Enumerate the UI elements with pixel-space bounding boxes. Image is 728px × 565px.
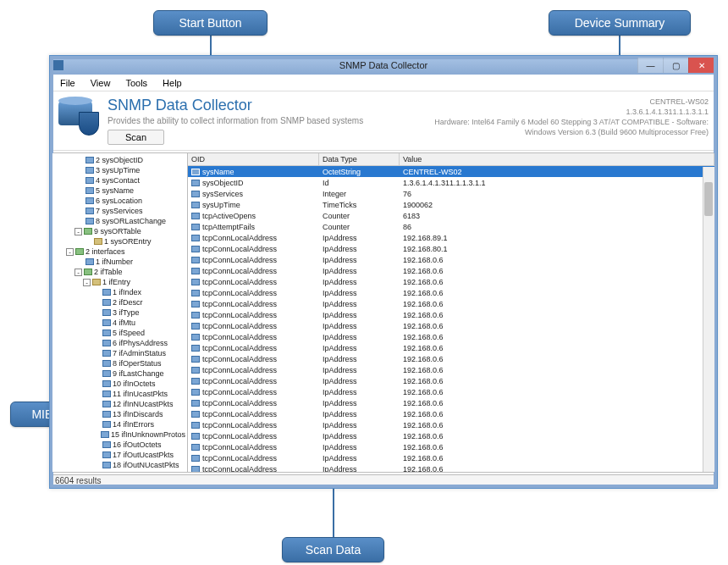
tree-node[interactable]: -2 interfaces [56, 246, 185, 257]
table-row[interactable]: tcpConnLocalAddressIpAddress192.168.0.6 [188, 375, 714, 386]
tree-node[interactable]: 4 ifMtu [56, 318, 185, 328]
tree-node[interactable]: 7 sysServices [56, 206, 185, 216]
tree-node[interactable]: 3 sysUpTime [56, 165, 185, 175]
table-row[interactable]: sysServicesInteger76 [188, 188, 714, 199]
cell-value: 192.168.0.6 [400, 443, 714, 451]
table-row[interactable]: tcpConnLocalAddressIpAddress192.168.0.6 [188, 353, 714, 364]
maximize-button[interactable]: ▢ [663, 58, 688, 73]
tree-node[interactable]: 12 ifInNUcastPkts [56, 399, 185, 409]
tree-node[interactable]: 3 ifType [56, 307, 185, 318]
table-row[interactable]: sysObjectIDId1.3.6.1.4.1.311.1.1.3.1.1 [188, 177, 714, 188]
cell-value: 192.168.0.6 [400, 300, 714, 308]
table-row[interactable]: tcpConnLocalAddressIpAddress192.168.0.6 [188, 298, 714, 309]
table-row[interactable]: tcpConnLocalAddressIpAddress192.168.0.6 [188, 309, 714, 320]
tree-node[interactable]: 19 ifOutDiscards [56, 470, 185, 472]
tree-node[interactable]: 6 ifPhysAddress [56, 338, 185, 348]
table-row[interactable]: tcpConnLocalAddressIpAddress192.168.0.6 [188, 386, 714, 397]
tree-node[interactable]: 2 ifDescr [56, 297, 185, 307]
table-row[interactable]: tcpConnLocalAddressIpAddress192.168.80.1 [188, 243, 714, 254]
menu-file[interactable]: File [53, 76, 82, 90]
tree-label: 2 ifTable [94, 267, 123, 277]
table-row[interactable]: tcpConnLocalAddressIpAddress192.168.0.6 [188, 320, 714, 331]
tree-label: 2 ifDescr [113, 297, 143, 307]
scan-button[interactable]: Scan [108, 130, 164, 145]
tree-node[interactable]: 10 ifInOctets [56, 379, 185, 389]
menu-help[interactable]: Help [156, 76, 189, 90]
cell-value: 192.168.0.6 [400, 410, 714, 418]
tree-node[interactable]: 2 sysObjectID [56, 155, 185, 165]
table-row[interactable]: tcpConnLocalAddressIpAddress192.168.0.6 [188, 408, 714, 419]
tree-node[interactable]: 9 ifLastChange [56, 368, 185, 379]
tree-toggle[interactable]: - [74, 269, 82, 276]
table-row[interactable]: tcpConnLocalAddressIpAddress192.168.0.6 [188, 441, 714, 452]
cell-type: Id [319, 179, 400, 187]
row-icon [191, 411, 200, 418]
row-icon [191, 334, 200, 341]
cell-type: IpAddress [319, 421, 400, 429]
grid-header: OID Data Type Value [188, 153, 714, 166]
menu-view[interactable]: View [84, 76, 118, 90]
column-value[interactable]: Value [400, 153, 714, 165]
tree-node[interactable]: 11 ifInUcastPkts [56, 389, 185, 399]
column-type[interactable]: Data Type [319, 153, 400, 165]
tree-node[interactable]: 14 ifInErrors [56, 419, 185, 429]
table-row[interactable]: tcpConnLocalAddressIpAddress192.168.0.6 [188, 254, 714, 265]
tree-node[interactable]: 7 ifAdminStatus [56, 348, 185, 358]
menu-tools[interactable]: Tools [119, 76, 154, 90]
grid-scrollbar[interactable] [703, 167, 714, 472]
table-row[interactable]: sysNameOctetStringCENTREL-WS02 [188, 166, 714, 177]
cell-type: IpAddress [319, 234, 400, 242]
tree-node[interactable]: 16 ifOutOctets [56, 440, 185, 450]
tree-node[interactable]: -1 ifEntry [56, 277, 185, 287]
tree-node[interactable]: 5 ifSpeed [56, 328, 185, 338]
column-oid[interactable]: OID [188, 153, 319, 165]
tree-label: 14 ifInErrors [113, 419, 154, 429]
tree-toggle[interactable]: - [74, 228, 82, 235]
tree-toggle[interactable]: - [66, 248, 74, 256]
tree-node[interactable]: 15 ifInUnknownProtos [56, 429, 185, 440]
row-icon [191, 290, 200, 296]
tree-node[interactable]: 5 sysName [56, 186, 185, 196]
close-button[interactable]: ✕ [688, 58, 714, 73]
table-row[interactable]: tcpConnLocalAddressIpAddress192.168.0.6 [188, 342, 714, 353]
table-row[interactable]: tcpConnLocalAddressIpAddress192.168.0.6 [188, 287, 714, 298]
table-row[interactable]: tcpConnLocalAddressIpAddress192.168.0.6 [188, 265, 714, 276]
minimize-button[interactable]: — [637, 58, 663, 73]
cell-value: 192.168.0.6 [400, 399, 714, 407]
table-row[interactable]: tcpConnLocalAddressIpAddress192.168.0.6 [188, 397, 714, 408]
tree-node[interactable]: 8 sysORLastChange [56, 216, 185, 226]
titlebar[interactable]: SNMP Data Collector — ▢ ✕ [50, 56, 717, 75]
scrollbar-thumb[interactable] [704, 182, 713, 216]
table-row[interactable]: tcpConnLocalAddressIpAddress192.168.0.6 [188, 276, 714, 287]
table-row[interactable]: tcpConnLocalAddressIpAddress192.168.0.6 [188, 364, 714, 375]
row-icon [191, 246, 200, 252]
table-row[interactable]: tcpAttemptFailsCounter86 [188, 221, 714, 232]
grid-body[interactable]: sysNameOctetStringCENTREL-WS02sysObjectI… [188, 166, 714, 472]
mib-tree[interactable]: 2 sysObjectID3 sysUpTime4 sysContact5 sy… [52, 153, 188, 472]
table-row[interactable]: sysUpTimeTimeTicks1900062 [188, 199, 714, 210]
table-row[interactable]: tcpConnLocalAddressIpAddress192.168.0.6 [188, 419, 714, 430]
tree-node[interactable]: 1 ifNumber [56, 257, 185, 267]
tree-label: 15 ifInUnknownProtos [111, 429, 185, 440]
tree-node[interactable]: 4 sysContact [56, 175, 185, 186]
tree-node[interactable]: -9 sysORTable [56, 226, 185, 236]
tree-node[interactable]: -2 ifTable [56, 267, 185, 277]
table-row[interactable]: tcpConnLocalAddressIpAddress192.168.0.6 [188, 331, 714, 342]
cell-value: 192.168.0.6 [400, 421, 714, 429]
device-details: Hardware: Intel64 Family 6 Model 60 Step… [404, 117, 709, 137]
table-row[interactable]: tcpConnLocalAddressIpAddress192.168.0.6 [188, 430, 714, 441]
tree-node[interactable]: 1 ifIndex [56, 287, 185, 297]
table-row[interactable]: tcpConnLocalAddressIpAddress192.168.89.1 [188, 232, 714, 243]
tree-node[interactable]: 8 ifOperStatus [56, 358, 185, 368]
table-row[interactable]: tcpActiveOpensCounter6183 [188, 210, 714, 221]
tree-toggle[interactable]: - [83, 279, 91, 286]
tree-node[interactable]: 1 sysOREntry [56, 236, 185, 246]
tree-node[interactable]: 6 sysLocation [56, 196, 185, 206]
tree-node[interactable]: 17 ifOutUcastPkts [56, 450, 185, 460]
callout-line [333, 489, 334, 537]
table-row[interactable]: tcpConnLocalAddressIpAddress192.168.0.6 [188, 463, 714, 472]
cell-type: IpAddress [319, 366, 400, 374]
tree-node[interactable]: 18 ifOutNUcastPkts [56, 460, 185, 470]
table-row[interactable]: tcpConnLocalAddressIpAddress192.168.0.6 [188, 452, 714, 463]
tree-node[interactable]: 13 ifInDiscards [56, 409, 185, 419]
